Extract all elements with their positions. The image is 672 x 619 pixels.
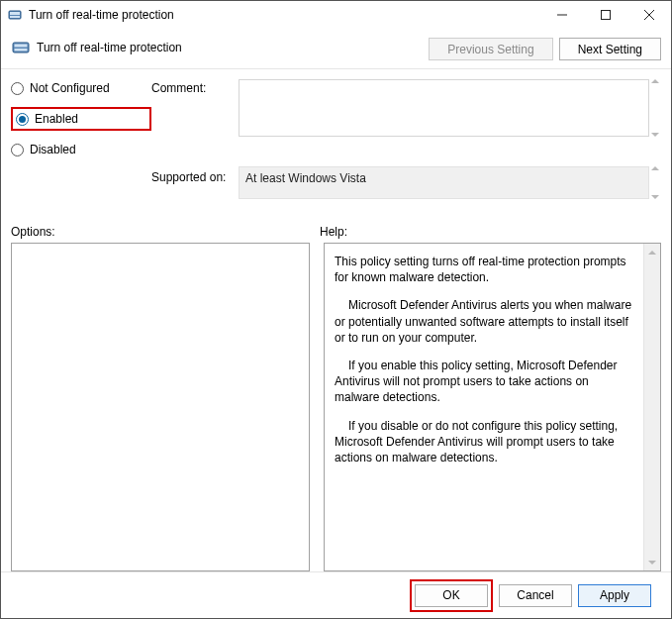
scroll-down-icon <box>651 195 659 199</box>
next-setting-button[interactable]: Next Setting <box>559 38 661 60</box>
svg-rect-2 <box>10 16 20 18</box>
comment-scrollbar[interactable] <box>649 79 661 137</box>
scroll-down-button[interactable] <box>644 554 660 570</box>
gpo-policy-icon <box>11 38 31 57</box>
radio-label: Enabled <box>35 112 78 126</box>
maximize-button[interactable] <box>584 1 627 29</box>
radio-label: Not Configured <box>30 81 110 95</box>
help-text: This policy setting turns off real-time … <box>325 244 643 570</box>
minimize-button[interactable] <box>540 1 584 29</box>
chevron-down-icon <box>648 561 656 565</box>
supported-on-value: At least Windows Vista <box>245 171 366 185</box>
panes-row: This policy setting turns off real-time … <box>11 243 661 571</box>
scroll-up-button[interactable] <box>644 244 660 260</box>
radio-disabled[interactable]: Disabled <box>11 143 151 156</box>
separator <box>1 68 671 69</box>
radio-not-configured[interactable]: Not Configured <box>11 81 151 95</box>
header-row: Turn off real-time protection Previous S… <box>11 38 661 60</box>
help-paragraph: If you enable this policy setting, Micro… <box>335 358 635 406</box>
scroll-up-icon <box>651 166 659 170</box>
header-title: Turn off real-time protection <box>37 41 182 54</box>
highlight-enabled: Enabled <box>11 107 151 131</box>
titlebar: Turn off real-time protection <box>1 1 671 29</box>
scroll-up-icon <box>651 79 659 83</box>
options-pane <box>11 243 310 571</box>
supported-label: Supported on: <box>151 156 239 184</box>
comment-label: Comment: <box>151 79 239 95</box>
nav-buttons: Previous Setting Next Setting <box>429 38 661 60</box>
help-label: Help: <box>320 225 347 239</box>
svg-rect-9 <box>15 49 28 52</box>
help-paragraph: If you disable or do not configure this … <box>335 418 635 466</box>
footer: OK Cancel Apply <box>11 572 661 618</box>
svg-rect-1 <box>10 12 20 15</box>
svg-rect-8 <box>15 45 28 48</box>
highlight-ok: OK <box>410 579 493 612</box>
radio-label: Disabled <box>30 143 76 156</box>
client-area: Turn off real-time protection Previous S… <box>1 29 671 618</box>
help-pane: This policy setting turns off real-time … <box>324 243 661 571</box>
comment-textarea[interactable] <box>239 79 649 137</box>
upper-grid: Not Configured Enabled Disabled Comment: <box>11 79 661 199</box>
header-left: Turn off real-time protection <box>11 38 182 57</box>
supported-on-box: At least Windows Vista <box>239 166 649 199</box>
supported-scrollbar[interactable] <box>649 166 661 199</box>
cancel-button[interactable]: Cancel <box>499 584 572 607</box>
close-button[interactable] <box>627 1 671 29</box>
svg-rect-4 <box>602 11 611 20</box>
ok-button[interactable]: OK <box>415 584 488 607</box>
window-title: Turn off real-time protection <box>29 8 540 22</box>
gpo-policy-icon <box>7 7 23 23</box>
radio-icon <box>11 82 24 95</box>
policy-dialog: Turn off real-time protection Turn off <box>0 0 672 619</box>
state-radio-group: Not Configured Enabled Disabled <box>11 79 151 156</box>
help-paragraph: This policy setting turns off real-time … <box>335 254 635 285</box>
radio-icon <box>16 113 29 126</box>
help-scrollbar[interactable] <box>643 244 660 570</box>
chevron-up-icon <box>648 251 656 255</box>
scroll-down-icon <box>651 133 659 137</box>
help-paragraph: Microsoft Defender Antivirus alerts you … <box>335 297 635 346</box>
radio-icon <box>11 144 24 156</box>
apply-button[interactable]: Apply <box>578 584 651 607</box>
options-label: Options: <box>11 225 320 239</box>
pane-labels: Options: Help: <box>11 225 661 239</box>
radio-enabled[interactable]: Enabled <box>16 112 78 126</box>
previous-setting-button[interactable]: Previous Setting <box>429 38 552 60</box>
